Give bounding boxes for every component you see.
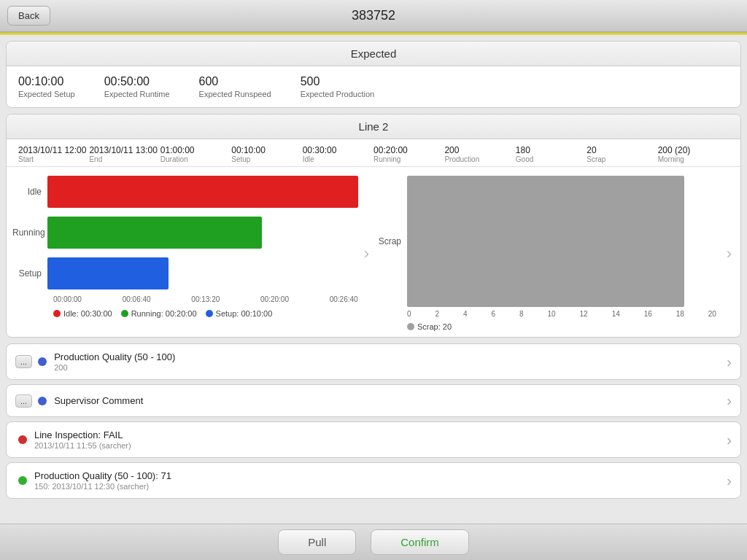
dot-pq2 [18, 476, 27, 485]
expand-button-sc1[interactable]: ... [15, 394, 32, 408]
back-button[interactable]: Back [7, 6, 50, 26]
expected-header: Expected [7, 42, 740, 66]
stat-good: 180 Good [516, 145, 587, 163]
stat-morning: 200 (20) Morning [658, 145, 729, 163]
middle-chevron-icon: › [361, 246, 372, 262]
legend-idle: Idle: 00:30:00 [53, 309, 112, 318]
bottom-bar: Pull Confirm [0, 524, 747, 560]
list-item-sub-pq2: 150: 2013/10/11 12:30 (sarcher) [34, 482, 721, 491]
stat-start: 2013/10/11 12:00 Start [18, 145, 89, 163]
stat-expected-production: 500 Expected Production [301, 75, 375, 98]
list-item-title-pq1: Production Quality (50 - 100) [54, 351, 721, 362]
bar-label-setup: Setup [12, 268, 47, 279]
list-item-sub-pq1: 200 [54, 363, 721, 372]
scrap-x-axis: 0 2 4 6 8 10 12 14 16 18 20 [407, 310, 716, 318]
stat-expected-runspeed: 600 Expected Runspeed [199, 75, 271, 98]
list-item-sub-li1: 2013/10/11 11:55 (sarcher) [34, 441, 721, 450]
stat-expected-runtime: 00:50:00 Expected Runtime [104, 75, 170, 98]
list-item-content-pq1: Production Quality (50 - 100) 200 [54, 351, 721, 372]
bar-label-running: Running [12, 228, 47, 238]
list-item-supervisor-comment[interactable]: ... Supervisor Comment › [6, 384, 741, 417]
list-item-chevron-sc1: › [727, 392, 732, 409]
bar-fill-idle [47, 176, 358, 208]
stat-setup: 00:10:00 Setup [231, 145, 302, 163]
legend-dot-setup [206, 310, 213, 317]
stat-scrap: 20 Scrap [587, 145, 657, 163]
scrap-chart-container: Scrap 0 2 4 6 8 10 12 14 16 18 20 [375, 176, 721, 331]
top-bar: Back 383752 [0, 0, 747, 32]
list-item-chevron-pq2: › [727, 472, 732, 489]
legend-dot-scrap [407, 323, 414, 330]
bar-row-running: Running [12, 217, 358, 249]
list-item-content-li1: Line Inspection: FAIL 2013/10/11 11:55 (… [34, 429, 721, 450]
bar-chart-legend: Idle: 00:30:00 Running: 00:20:00 Setup: … [53, 309, 358, 318]
bar-chart-container: Idle Running Setup 00:00:00 00:06:40 [12, 176, 358, 318]
scrap-chart-row: Scrap [375, 176, 721, 307]
bar-x-axis: 00:00:00 00:06:40 00:13:20 00:20:00 00:2… [53, 295, 358, 303]
expected-panel: Expected 00:10:00 Expected Setup 00:50:0… [6, 41, 741, 108]
page-title: 383752 [352, 8, 395, 23]
list-item-title-pq2: Production Quality (50 - 100): 71 [34, 470, 721, 481]
expected-stats: 00:10:00 Expected Setup 00:50:00 Expecte… [7, 66, 740, 107]
legend-running: Running: 00:20:00 [121, 309, 197, 318]
right-chevron-icon: › [724, 246, 735, 262]
scrap-label: Scrap [375, 236, 401, 246]
bar-fill-running [47, 217, 262, 249]
stat-expected-setup: 00:10:00 Expected Setup [18, 75, 75, 98]
list-item-content-sc1: Supervisor Comment [54, 395, 721, 406]
stat-production: 200 Production [444, 145, 515, 163]
stat-idle: 00:30:00 Idle [303, 145, 374, 163]
bar-row-idle: Idle [12, 176, 358, 208]
list-item-production-quality[interactable]: ... Production Quality (50 - 100) 200 › [6, 343, 741, 380]
list-item-title-li1: Line Inspection: FAIL [34, 429, 721, 440]
bar-row-setup: Setup [12, 257, 358, 289]
list-item-chevron-pq1: › [727, 354, 732, 370]
dot-pq1 [38, 357, 47, 366]
bar-label-idle: Idle [12, 187, 47, 197]
scrap-gray-box [407, 176, 684, 307]
confirm-button[interactable]: Confirm [371, 529, 469, 555]
stat-running: 00:20:00 Running [374, 145, 444, 163]
line2-header: Line 2 [7, 114, 740, 139]
bar-fill-setup [47, 257, 169, 289]
dot-li1 [18, 435, 27, 444]
list-item-line-inspection[interactable]: Line Inspection: FAIL 2013/10/11 11:55 (… [6, 421, 741, 458]
legend-setup: Setup: 00:10:00 [206, 309, 273, 318]
list-section: ... Production Quality (50 - 100) 200 › … [6, 343, 741, 499]
main-content: Expected 00:10:00 Expected Setup 00:50:0… [0, 35, 747, 560]
line2-stats-row: 2013/10/11 12:00 Start 2013/10/11 13:00 … [7, 139, 740, 167]
scrap-legend: Scrap: 20 [407, 322, 721, 331]
expand-button-pq1[interactable]: ... [15, 355, 32, 368]
pull-button[interactable]: Pull [278, 529, 356, 555]
stat-end: 2013/10/11 13:00 End [89, 145, 160, 163]
list-item-title-sc1: Supervisor Comment [54, 395, 721, 406]
list-item-chevron-li1: › [727, 432, 732, 448]
legend-dot-running [121, 310, 128, 317]
line2-panel: Line 2 2013/10/11 12:00 Start 2013/10/11… [6, 114, 741, 338]
legend-dot-idle [53, 310, 61, 317]
stat-duration: 01:00:00 Duration [160, 145, 231, 163]
dot-sc1 [38, 397, 47, 405]
list-item-content-pq2: Production Quality (50 - 100): 71 150: 2… [34, 470, 721, 491]
list-item-production-quality-71[interactable]: Production Quality (50 - 100): 71 150: 2… [6, 462, 741, 499]
